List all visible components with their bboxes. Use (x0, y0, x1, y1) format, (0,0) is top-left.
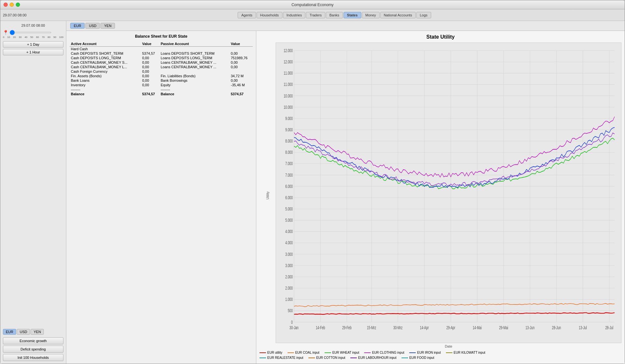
chart-wrapper: Utility (260, 42, 621, 348)
tab-banks[interactable]: Banks (326, 12, 343, 18)
table-separator: ---------------- (70, 87, 253, 92)
tab-states[interactable]: States (344, 12, 361, 18)
balance-row: Balance5374,57Balance5374,57 (70, 92, 253, 96)
legend-item: EUR COTTON input (308, 355, 345, 360)
active-value-cell: 0,00 (141, 74, 159, 78)
y-label-area: Utility (260, 42, 276, 348)
table-row: Bank Loans 0,00 Bank Borrowings 0,00 (70, 78, 253, 83)
passive-account-cell: Loans CENTRALBANK_MONEY ... (159, 65, 230, 69)
main-content: EUR USD YEN Balance Sheet for EUR State … (66, 21, 625, 364)
tab-logs[interactable]: Logs (416, 12, 431, 18)
passive-value-cell: 0,00 (230, 60, 253, 65)
table-row: Cash CENTRALBANK_MONEY S... 0,00 Loans C… (70, 60, 253, 65)
step-day-button[interactable]: + 1 Day (3, 41, 63, 48)
active-value-cell: 5374,57 (141, 51, 159, 56)
sidebar-curr-yen[interactable]: YEN (31, 329, 44, 335)
chart-inner: 05001.0002.0002.0003.0003.0004.0004.0005… (276, 42, 621, 348)
table-row: Hard Cash (70, 47, 253, 51)
toolbar: 29.07.00 08:00 Agents Households Industr… (0, 9, 625, 21)
legend-label: EUR CLOTHING input (372, 350, 404, 355)
legend-label: EUR IRON input (417, 350, 440, 355)
svg-text:3.000: 3.000 (285, 263, 293, 268)
active-account-cell: Cash DEPOSITS LONG_TERM (70, 56, 141, 60)
svg-text:9.000: 9.000 (285, 127, 293, 133)
passive-account-cell: Fin. Liabilities (Bonds) (159, 74, 230, 78)
time-slider[interactable] (10, 32, 52, 33)
svg-text:28-Jul: 28-Jul (605, 325, 613, 331)
legend-item: EUR IRON input (409, 350, 440, 355)
svg-text:29-Mai: 29-Mai (499, 325, 508, 331)
tab-national-accounts[interactable]: National Accounts (380, 12, 416, 18)
passive-value-cell: 0,00 (230, 78, 253, 83)
svg-text:3.000: 3.000 (285, 252, 293, 257)
main-curr-eur[interactable]: EUR (70, 23, 85, 29)
tab-money[interactable]: Money (362, 12, 380, 18)
sidebar-curr-eur[interactable]: EUR (3, 329, 16, 335)
passive-account-cell (159, 47, 230, 51)
tab-industries[interactable]: Industries (283, 12, 306, 18)
close-button[interactable] (4, 3, 8, 7)
passive-account-cell (159, 69, 230, 74)
balance-sheet-title: Balance Sheet for EUR State (70, 34, 253, 39)
tab-traders[interactable]: Traders (306, 12, 325, 18)
economic-growth-button[interactable]: Economic growth (3, 337, 63, 344)
svg-text:4.000: 4.000 (285, 229, 293, 234)
legend-label: EUR utility (267, 350, 282, 355)
legend-item: EUR COAL input (288, 350, 319, 355)
table-row: Cash CENTRALBANK_MONEY L... 0,00 Loans C… (70, 65, 253, 69)
legend-color (364, 352, 371, 353)
legend-label: EUR KILOWATT input (454, 350, 485, 355)
main-panels: Balance Sheet for EUR State Active Accou… (66, 31, 625, 364)
main-curr-yen[interactable]: YEN (100, 23, 115, 29)
table-row: Fin. Assets (Bonds) 0,00 Fin. Liabilitie… (70, 74, 253, 78)
main-curr-usd[interactable]: USD (85, 23, 100, 29)
sidebar-datetime: 29.07.00 08:00 (3, 23, 63, 27)
svg-text:11.000: 11.000 (284, 82, 293, 87)
sidebar: 29.07.00 08:00 📍 0 10 20 30 40 50 60 70 … (0, 21, 66, 364)
active-account-cell: Inventory (70, 83, 141, 87)
passive-value-cell: 0,00 (230, 51, 253, 56)
init-households-button[interactable]: Init 100 Households (3, 354, 63, 361)
table-row: Cash DEPOSITS SHORT_TERM 5374,57 Loans D… (70, 51, 253, 56)
svg-text:1.000: 1.000 (285, 297, 293, 302)
active-account-cell: Cash Foreign Currency (70, 69, 141, 74)
svg-text:5.000: 5.000 (285, 218, 293, 223)
maximize-button[interactable] (16, 3, 20, 7)
active-account-cell: Bank Loans (70, 78, 141, 83)
legend-item: EUR LABOURHOUR input (350, 355, 396, 360)
legend-color (260, 358, 266, 358)
active-account-cell: Cash CENTRALBANK_MONEY L... (70, 65, 141, 69)
svg-text:28-Jun: 28-Jun (552, 325, 561, 331)
legend-color (308, 358, 315, 358)
value-header: Value (141, 41, 159, 47)
svg-text:12.000: 12.000 (284, 48, 293, 53)
svg-text:2.000: 2.000 (285, 274, 293, 280)
passive-value-cell: 751989,76 (230, 56, 253, 60)
svg-text:14-Mai: 14-Mai (473, 325, 482, 331)
tab-households[interactable]: Households (257, 12, 282, 18)
active-value-cell: 0,00 (141, 69, 159, 74)
svg-text:13-Jul: 13-Jul (579, 325, 587, 331)
svg-text:7.000: 7.000 (285, 172, 293, 178)
legend-label: EUR LABOURHOUR input (358, 355, 396, 360)
svg-text:6.000: 6.000 (285, 195, 293, 201)
svg-text:500: 500 (288, 308, 293, 313)
svg-text:10.000: 10.000 (284, 105, 293, 110)
svg-text:30-Jan: 30-Jan (289, 325, 298, 331)
passive-account-cell: Equity (159, 83, 230, 87)
passive-value-header: Value (230, 41, 253, 47)
svg-text:29-Feb: 29-Feb (342, 325, 352, 331)
active-account-cell: Hard Cash (70, 47, 141, 51)
active-account-cell: Fin. Assets (Bonds) (70, 74, 141, 78)
table-row: Cash Foreign Currency 0,00 (70, 69, 253, 74)
deficit-spending-button[interactable]: Deficit spending (3, 346, 63, 353)
svg-text:2.000: 2.000 (285, 285, 293, 291)
tab-agents[interactable]: Agents (238, 12, 256, 18)
svg-text:8.000: 8.000 (285, 150, 293, 155)
legend-item: EUR KILOWATT input (446, 350, 485, 355)
sidebar-curr-usd[interactable]: USD (17, 329, 30, 335)
svg-text:12.000: 12.000 (284, 59, 293, 65)
step-hour-button[interactable]: + 1 Hour (3, 49, 63, 55)
passive-value-cell: -35,46 M (230, 83, 253, 87)
minimize-button[interactable] (10, 3, 14, 7)
